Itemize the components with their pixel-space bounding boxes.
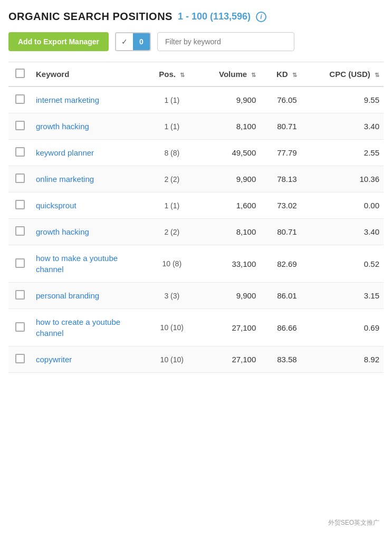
row-pos: 1 (1)	[148, 86, 196, 113]
row-volume: 33,100	[196, 245, 261, 283]
check-icon: ✓	[116, 33, 133, 50]
row-checkbox[interactable]	[15, 258, 25, 268]
sort-kd-icon: ⇅	[292, 72, 297, 79]
results-table: Keyword Pos. ⇅ Volume ⇅ KD ⇅ CPC (USD) ⇅…	[8, 62, 384, 373]
row-keyword: copywriter	[32, 346, 148, 373]
table-row: growth hacking 1 (1) 8,100 80.71 3.40	[8, 113, 384, 140]
row-cpc: 2.55	[301, 140, 384, 166]
row-checkbox-cell	[8, 166, 32, 192]
table-row: growth hacking 2 (2) 8,100 80.71 3.40	[8, 219, 384, 245]
sort-pos-icon: ⇅	[180, 72, 185, 79]
keyword-link[interactable]: growth hacking	[36, 227, 89, 236]
badge-container: ✓ 0	[115, 32, 151, 51]
row-checkbox-cell	[8, 219, 32, 245]
row-cpc: 3.40	[301, 219, 384, 245]
row-volume: 9,900	[196, 166, 261, 192]
row-keyword: how to create a youtube channel	[32, 309, 148, 346]
row-checkbox[interactable]	[15, 173, 25, 183]
page-header: ORGANIC SEARCH POSITIONS 1 - 100 (113,59…	[8, 11, 384, 23]
row-keyword: quicksprout	[32, 192, 148, 219]
row-checkbox-cell	[8, 245, 32, 283]
row-volume: 8,100	[196, 219, 261, 245]
col-header-volume[interactable]: Volume ⇅	[196, 62, 261, 87]
row-kd: 73.02	[260, 192, 301, 219]
row-kd: 80.71	[260, 219, 301, 245]
row-cpc: 3.15	[301, 283, 384, 309]
row-checkbox[interactable]	[15, 226, 25, 236]
toolbar: Add to Export Manager ✓ 0	[8, 32, 384, 51]
select-all-checkbox[interactable]	[15, 69, 25, 78]
row-volume: 27,100	[196, 346, 261, 373]
row-keyword: growth hacking	[32, 113, 148, 140]
keyword-link[interactable]: personal branding	[36, 291, 99, 300]
keyword-link[interactable]: quicksprout	[36, 201, 77, 210]
row-pos: 10 (8)	[148, 245, 196, 283]
keyword-link[interactable]: growth hacking	[36, 122, 89, 131]
row-cpc: 8.92	[301, 346, 384, 373]
table-header-row: Keyword Pos. ⇅ Volume ⇅ KD ⇅ CPC (USD) ⇅	[8, 62, 384, 87]
row-checkbox[interactable]	[15, 147, 25, 157]
row-checkbox[interactable]	[15, 354, 25, 363]
row-keyword: growth hacking	[32, 219, 148, 245]
row-kd: 76.05	[260, 86, 301, 113]
keyword-link[interactable]: copywriter	[36, 355, 72, 364]
badge-count: 0	[133, 33, 150, 50]
row-checkbox-cell	[8, 113, 32, 140]
keyword-link[interactable]: how to make a youtube channel	[36, 254, 118, 274]
keyword-link[interactable]: keyword planner	[36, 148, 94, 157]
row-kd: 83.58	[260, 346, 301, 373]
table-row: copywriter 10 (10) 27,100 83.58 8.92	[8, 346, 384, 373]
row-checkbox[interactable]	[15, 322, 25, 332]
row-kd: 77.79	[260, 140, 301, 166]
row-volume: 8,100	[196, 113, 261, 140]
row-cpc: 10.36	[301, 166, 384, 192]
col-header-keyword[interactable]: Keyword	[32, 62, 148, 87]
sort-volume-icon: ⇅	[251, 72, 256, 79]
table-row: online marketing 2 (2) 9,900 78.13 10.36	[8, 166, 384, 192]
row-kd: 80.71	[260, 113, 301, 140]
row-volume: 49,500	[196, 140, 261, 166]
sort-cpc-icon: ⇅	[375, 72, 379, 79]
row-pos: 3 (3)	[148, 283, 196, 309]
table-row: quicksprout 1 (1) 1,600 73.02 0.00	[8, 192, 384, 219]
col-header-checkbox[interactable]	[8, 62, 32, 87]
col-header-kd[interactable]: KD ⇅	[260, 62, 301, 87]
keyword-link[interactable]: how to create a youtube channel	[36, 317, 120, 338]
row-keyword: personal branding	[32, 283, 148, 309]
row-checkbox-cell	[8, 309, 32, 346]
keyword-link[interactable]: online marketing	[36, 175, 94, 184]
row-volume: 9,900	[196, 283, 261, 309]
row-checkbox-cell	[8, 283, 32, 309]
info-icon[interactable]: i	[256, 12, 266, 22]
row-checkbox-cell	[8, 140, 32, 166]
row-checkbox[interactable]	[15, 94, 25, 104]
table-row: keyword planner 8 (8) 49,500 77.79 2.55	[8, 140, 384, 166]
col-header-pos[interactable]: Pos. ⇅	[148, 62, 196, 87]
row-keyword: internet marketing	[32, 86, 148, 113]
page-title: ORGANIC SEARCH POSITIONS	[8, 11, 173, 23]
row-checkbox[interactable]	[15, 121, 25, 130]
table-row: personal branding 3 (3) 9,900 86.01 3.15	[8, 283, 384, 309]
row-kd: 78.13	[260, 166, 301, 192]
row-pos: 1 (1)	[148, 192, 196, 219]
row-cpc: 3.40	[301, 113, 384, 140]
row-pos: 8 (8)	[148, 140, 196, 166]
col-header-cpc[interactable]: CPC (USD) ⇅	[301, 62, 384, 87]
row-cpc: 9.55	[301, 86, 384, 113]
row-pos: 1 (1)	[148, 113, 196, 140]
keyword-link[interactable]: internet marketing	[36, 95, 99, 104]
row-pos: 2 (2)	[148, 166, 196, 192]
row-kd: 86.66	[260, 309, 301, 346]
row-checkbox[interactable]	[15, 200, 25, 209]
row-pos: 10 (10)	[148, 346, 196, 373]
row-volume: 1,600	[196, 192, 261, 219]
table-row: internet marketing 1 (1) 9,900 76.05 9.5…	[8, 86, 384, 113]
export-button[interactable]: Add to Export Manager	[8, 32, 109, 51]
filter-input[interactable]	[157, 32, 294, 51]
row-kd: 82.69	[260, 245, 301, 283]
row-checkbox-cell	[8, 86, 32, 113]
table-row: how to create a youtube channel 10 (10) …	[8, 309, 384, 346]
row-checkbox[interactable]	[15, 290, 25, 300]
row-cpc: 0.69	[301, 309, 384, 346]
row-kd: 86.01	[260, 283, 301, 309]
